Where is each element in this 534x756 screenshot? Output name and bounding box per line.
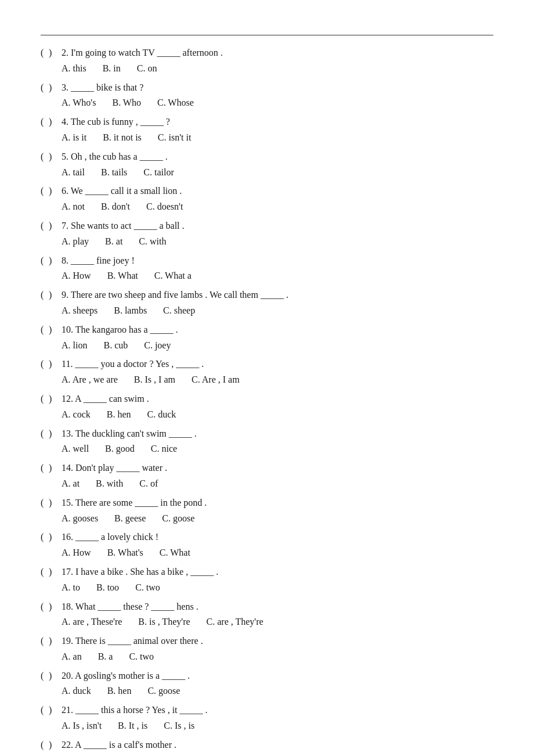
- question-block: ()14. Don't play _____ water .A. atB. wi…: [41, 461, 493, 491]
- question-text: 19. There is _____ animal over there .: [62, 634, 493, 649]
- option-item: C. two: [129, 650, 154, 664]
- question-block: ()4. The cub is funny , _____ ?A. is itB…: [41, 115, 493, 145]
- option-item: C. joey: [144, 339, 171, 353]
- paren-left: (: [41, 152, 49, 162]
- option-item: C. doesn't: [146, 200, 183, 214]
- paren-left: (: [41, 705, 49, 715]
- paren-left: (: [41, 532, 49, 542]
- option-item: C. tailor: [143, 165, 174, 180]
- paren-left: (: [41, 740, 49, 750]
- paren-right: ): [49, 636, 59, 646]
- options-row: A. duckB. henC. goose: [41, 684, 493, 699]
- question-text: 8. _____ fine joey !: [62, 254, 493, 268]
- options-row: A. horseB. cowC. cat: [41, 754, 493, 756]
- paren-right: ): [49, 463, 59, 473]
- question-row: ()3. _____ bike is that ?: [41, 81, 493, 95]
- question-row: ()10. The kangaroo has a _____ .: [41, 323, 493, 337]
- question-row: ()18. What _____ these ? _____ hens .: [41, 600, 493, 614]
- question-text: 14. Don't play _____ water .: [62, 461, 493, 476]
- paren-right: ): [49, 325, 59, 335]
- option-item: B. in: [103, 62, 121, 76]
- option-item: B. with: [96, 477, 123, 491]
- option-item: A. tail: [62, 165, 85, 180]
- option-item: B. lambs: [114, 304, 147, 318]
- option-item: B. at: [105, 235, 122, 249]
- paren-right: ): [49, 671, 59, 681]
- question-block: ()15. There are some _____ in the pond .…: [41, 496, 493, 526]
- option-item: B. it not is: [103, 131, 142, 145]
- paren-right: ): [49, 567, 59, 577]
- option-item: C. nice: [151, 442, 177, 456]
- option-item: A. cock: [62, 408, 91, 422]
- option-item: A. are , These're: [62, 615, 122, 629]
- option-item: A. is it: [62, 131, 86, 145]
- question-block: ()17. I have a bike . She has a bike , _…: [41, 565, 493, 595]
- option-item: A. at: [62, 477, 80, 491]
- paren-left: (: [41, 429, 49, 439]
- options-row: A. are , These'reB. is , They'reC. are ,…: [41, 615, 493, 629]
- options-row: A. HowB. WhatC. What a: [41, 269, 493, 283]
- question-text: 4. The cub is funny , _____ ?: [62, 115, 493, 129]
- paren-left: (: [41, 117, 49, 127]
- option-item: A. an: [62, 650, 82, 664]
- options-row: A. anB. aC. two: [41, 650, 493, 664]
- option-item: C. of: [139, 477, 158, 491]
- option-item: B. Who: [112, 96, 140, 110]
- option-item: A. How: [62, 546, 91, 560]
- paren-left: (: [41, 290, 49, 300]
- option-item: C. with: [139, 235, 166, 249]
- option-item: B. cow: [109, 754, 135, 756]
- option-item: A. play: [62, 235, 89, 249]
- question-text: 15. There are some _____ in the pond .: [62, 496, 493, 510]
- option-item: B. don't: [101, 200, 130, 214]
- paren-left: (: [41, 636, 49, 646]
- questions-container: ()2. I'm going to watch TV _____ afterno…: [41, 46, 493, 756]
- question-block: ()7. She wants to act _____ a ball .A. p…: [41, 219, 493, 249]
- paren-right: ): [49, 117, 59, 127]
- paren-right: ): [49, 82, 59, 93]
- paren-left: (: [41, 82, 49, 93]
- option-item: C. Whose: [157, 96, 194, 110]
- question-block: ()19. There is _____ animal over there .…: [41, 634, 493, 664]
- option-item: B. Is , I am: [134, 373, 175, 387]
- top-divider: [41, 35, 493, 35]
- paren-left: (: [41, 48, 49, 58]
- paren-right: ): [49, 394, 59, 404]
- question-text: 13. The duckling can't swim _____ .: [62, 427, 493, 441]
- question-row: ()12. A _____ can swim .: [41, 392, 493, 406]
- option-item: C. two: [135, 581, 160, 595]
- question-text: 22. A _____ is a calf's mother .: [62, 738, 493, 753]
- question-row: ()19. There is _____ animal over there .: [41, 634, 493, 649]
- paren-right: ): [49, 48, 59, 58]
- question-row: ()9. There are two sheep and five lambs …: [41, 288, 493, 303]
- options-row: A. cockB. henC. duck: [41, 408, 493, 422]
- options-row: A. wellB. goodC. nice: [41, 442, 493, 456]
- options-row: A. Are , we areB. Is , I amC. Are , I am: [41, 373, 493, 387]
- question-block: ()18. What _____ these ? _____ hens .A. …: [41, 600, 493, 630]
- question-text: 3. _____ bike is that ?: [62, 81, 493, 95]
- question-block: ()10. The kangaroo has a _____ .A. lionB…: [41, 323, 493, 353]
- question-block: ()16. _____ a lovely chick !A. HowB. Wha…: [41, 530, 493, 560]
- question-row: ()8. _____ fine joey !: [41, 254, 493, 268]
- paren-left: (: [41, 255, 49, 266]
- question-block: ()2. I'm going to watch TV _____ afterno…: [41, 46, 493, 76]
- option-item: C. goose: [147, 684, 180, 699]
- paren-right: ): [49, 359, 59, 369]
- option-item: C. are , They're: [207, 615, 264, 629]
- options-row: A. tailB. tailsC. tailor: [41, 165, 493, 180]
- paren-right: ): [49, 602, 59, 612]
- paren-left: (: [41, 221, 49, 231]
- paren-left: (: [41, 359, 49, 369]
- options-row: A. thisB. inC. on: [41, 62, 493, 76]
- paren-left: (: [41, 394, 49, 404]
- paren-left: (: [41, 463, 49, 473]
- options-row: A. Is , isn'tB. It , isC. Is , is: [41, 719, 493, 733]
- paren-right: ): [49, 532, 59, 542]
- option-item: C. isn't it: [158, 131, 192, 145]
- option-item: C. cat: [152, 754, 174, 756]
- question-row: ()17. I have a bike . She has a bike , _…: [41, 565, 493, 579]
- paren-left: (: [41, 602, 49, 612]
- question-text: 5. Oh , the cub has a _____ .: [62, 150, 493, 164]
- question-row: ()20. A gosling's mother is a _____ .: [41, 669, 493, 683]
- option-item: B. hen: [107, 408, 131, 422]
